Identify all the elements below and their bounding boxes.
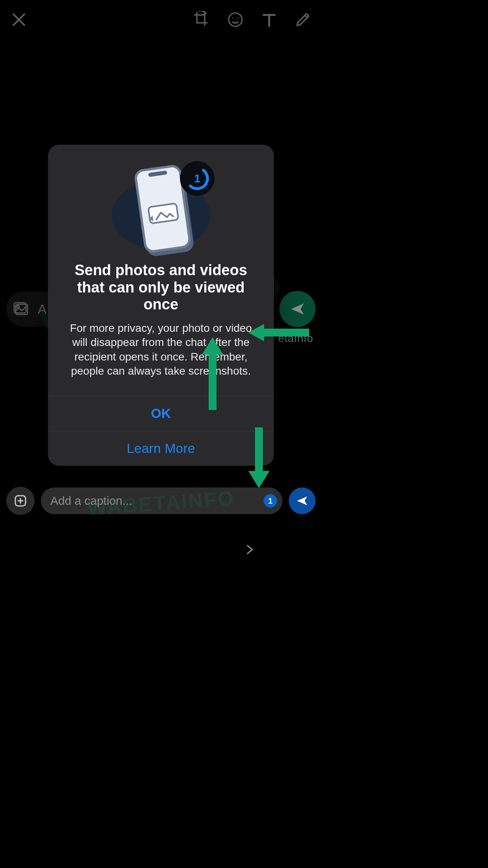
view-once-badge-icon: 1 xyxy=(180,161,215,196)
chevron-right-icon xyxy=(244,544,255,555)
caption-input[interactable]: Add a caption... 1 xyxy=(41,487,283,514)
svg-point-12 xyxy=(204,170,206,172)
view-once-toggle[interactable]: 1 xyxy=(264,494,277,508)
send-icon xyxy=(296,495,308,507)
dialog-title: Send photos and videos that can only be … xyxy=(67,262,255,313)
plus-icon xyxy=(14,495,27,507)
send-button[interactable] xyxy=(289,487,316,514)
add-media-button[interactable] xyxy=(6,487,35,515)
dialog-ok-button[interactable]: OK xyxy=(48,396,274,431)
dialog-illustration: 1 xyxy=(110,163,212,253)
dialog-description: For more privacy, your photo or video wi… xyxy=(67,321,255,379)
svg-point-14 xyxy=(207,178,209,181)
svg-point-15 xyxy=(205,183,207,186)
dialog-learn-more-button[interactable]: Learn More xyxy=(48,431,274,466)
bottom-caption-row: Add a caption... 1 xyxy=(6,487,316,515)
view-once-dialog: 1 Send photos and videos that can only b… xyxy=(48,145,274,466)
svg-point-13 xyxy=(206,174,208,176)
svg-text:1: 1 xyxy=(194,172,200,185)
image-icon xyxy=(154,208,174,221)
svg-point-16 xyxy=(201,186,204,189)
caption-placeholder: Add a caption... xyxy=(50,494,259,508)
dialog-body: 1 Send photos and videos that can only b… xyxy=(48,145,274,396)
